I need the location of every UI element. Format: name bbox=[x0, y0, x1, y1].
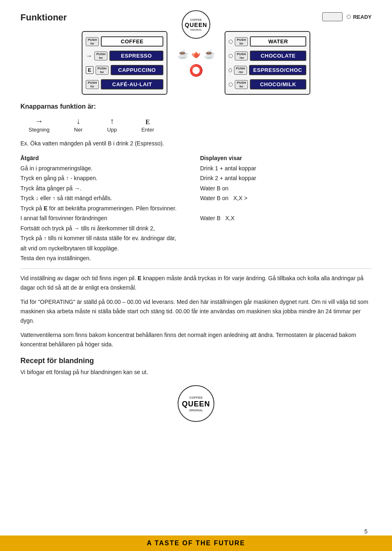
para-3: Vattenventilerna som finns bakom koncent… bbox=[20, 330, 372, 349]
instr-line3: Tryck åtta gånger på →. bbox=[20, 183, 192, 194]
choco-milk-label: CHOCO/MILK bbox=[250, 79, 306, 89]
bottom-logo-area: COFFEE QUEEN ORIGINAL bbox=[20, 385, 372, 422]
instr-line8: Tryck på ↑ tills ni kommer till nästa st… bbox=[20, 233, 192, 243]
disp-line8 bbox=[200, 233, 372, 243]
disp-line9 bbox=[200, 243, 372, 254]
disp-line10 bbox=[200, 253, 372, 263]
ready-circle bbox=[347, 15, 351, 19]
cappuccino-row: E PUSHfor CAPPUCCINO bbox=[86, 65, 163, 75]
water-label: WATER bbox=[250, 36, 306, 47]
recept-text: Vi bifogar ett förslag på hur blandninge… bbox=[20, 368, 372, 377]
water-circle bbox=[229, 40, 233, 44]
espresso-row: → PUSHfor ESPRESSO bbox=[86, 51, 163, 61]
recept-heading: Recept för blandning bbox=[20, 357, 372, 365]
chocolate-row: PUSH↑for CHOCOLATE bbox=[229, 51, 306, 61]
bottom-logo-original: ORIGINAL bbox=[189, 409, 203, 412]
bottom-bar: A TASTE OF THE FUTURE bbox=[0, 535, 392, 551]
disp-line5 bbox=[200, 203, 372, 214]
push-choco-milk[interactable]: PUSHfor bbox=[235, 80, 248, 89]
espresso-choc-label: ESPRESSO/CHOC bbox=[249, 65, 306, 75]
cafe-au-lait-label: CAFÉ-AU-LAIT bbox=[101, 79, 163, 89]
choc-circle bbox=[229, 54, 233, 58]
push-cafe-au-lait[interactable]: PUSHfor bbox=[86, 80, 99, 89]
nav-arrow-stegning: → bbox=[35, 116, 43, 126]
choco-milk-row: PUSHfor CHOCO/MILK bbox=[229, 79, 306, 89]
section-heading: Knapparnas funktion är: bbox=[20, 103, 372, 110]
push-cappuccino[interactable]: PUSHfor bbox=[96, 66, 109, 75]
bottom-logo-coffee: COFFEE bbox=[189, 396, 203, 399]
nav-label-ner: Ner bbox=[74, 127, 82, 133]
ready-label: READY bbox=[353, 14, 372, 20]
nav-upp: ↑ Upp bbox=[107, 116, 117, 133]
cappuccino-label: CAPPUCCINO bbox=[111, 65, 163, 75]
espchoc-circle bbox=[229, 68, 232, 72]
right-panel: PUSHfor WATER PUSH↑for CHOCOLATE PUSH↓fo… bbox=[225, 31, 310, 95]
instructions-left: Åtgärd Gå in i programmeringsläge. Tryck… bbox=[20, 153, 192, 263]
nav-label-stegning: Stegning bbox=[29, 127, 49, 133]
panels-wrapper: PUSHfor COFFEE → PUSHfor ESPRESSO E PUSH… bbox=[20, 31, 372, 95]
instr-atgard: Åtgärd bbox=[20, 153, 192, 163]
espresso-label: ESPRESSO bbox=[109, 51, 163, 61]
disp-line3: Water B on bbox=[200, 183, 372, 194]
small-box bbox=[322, 12, 343, 21]
instr-line9: alt vrid om nyckelbrytaren till koppläge… bbox=[20, 243, 192, 254]
bottom-logo-queen: QUEEN bbox=[182, 400, 210, 408]
para-1: Vid inställning av dagar och tid finns i… bbox=[20, 274, 372, 292]
disp-line1: Drink 1 + antal koppar bbox=[200, 163, 372, 174]
coffee-label: COFFEE bbox=[101, 36, 163, 47]
cup-icon-2: 🫖 bbox=[192, 50, 200, 59]
cafe-au-lait-row: PUSHfor CAFÉ-AU-LAIT bbox=[86, 79, 163, 89]
center-panel: ☕ 🫖 ☕ ⭕ bbox=[176, 31, 216, 95]
push-chocolate[interactable]: PUSH↑for bbox=[235, 51, 248, 60]
page-title: Funktioner bbox=[20, 12, 67, 23]
nav-label-upp: Upp bbox=[107, 127, 117, 133]
cup-icon-3: ☕ bbox=[204, 49, 215, 60]
espresso-arrow: → bbox=[86, 52, 92, 60]
nav-label-enter: Enter bbox=[141, 127, 154, 133]
instr-line5: Tryck på E för att bekräfta programmerin… bbox=[20, 203, 192, 214]
nav-arrow-upp: ↑ bbox=[110, 116, 114, 126]
chocmilk-circle bbox=[229, 83, 233, 87]
instr-line2: Tryck en gång på ↑ - knappen. bbox=[20, 173, 192, 183]
instr-line4: Tryck ↓ eller ↑ så rätt mängd erhålls. bbox=[20, 193, 192, 203]
nav-ner: ↓ Ner bbox=[74, 116, 82, 133]
nav-section: → Stegning ↓ Ner ↑ Upp E Enter bbox=[20, 116, 372, 133]
center-circle: ⭕ bbox=[189, 64, 203, 77]
push-espresso[interactable]: PUSHfor bbox=[94, 51, 107, 60]
instr-line7: Fortsätt och tryck på → tills ni återkom… bbox=[20, 223, 192, 234]
chocolate-label: CHOCOLATE bbox=[250, 51, 306, 61]
instr-line6: I annat fall försvinner förändringen bbox=[20, 213, 192, 223]
espresso-choc-row: PUSH↓for ESPRESSO/CHOC bbox=[229, 65, 306, 75]
page-number: 5 bbox=[364, 528, 368, 535]
disp-line2: Drink 2 + antal koppar bbox=[200, 173, 372, 183]
instr-line1: Gå in i programmeringsläge. bbox=[20, 163, 192, 174]
instr-line10: Testa den nya inställningen. bbox=[20, 253, 192, 263]
left-panel: PUSHfor COFFEE → PUSHfor ESPRESSO E PUSH… bbox=[82, 31, 167, 95]
disp-line6: Water B X,X bbox=[200, 213, 372, 223]
cup-icon-1: ☕ bbox=[177, 49, 188, 60]
push-coffee[interactable]: PUSHfor bbox=[86, 37, 99, 46]
water-row: PUSHfor WATER bbox=[229, 36, 306, 47]
push-water[interactable]: PUSHfor bbox=[235, 37, 248, 46]
coffee-row: PUSHfor COFFEE bbox=[86, 36, 163, 47]
nav-enter: E Enter bbox=[141, 118, 154, 133]
nav-arrow-ner: ↓ bbox=[76, 116, 80, 126]
para-2: Tid för "OPERATING" är ställd på 00.00 –… bbox=[20, 297, 372, 326]
ready-area: READY bbox=[322, 12, 372, 21]
example-text: Ex. Öka vatten mängden på ventil B i dri… bbox=[20, 139, 372, 148]
instructions-right: Displayen visar Drink 1 + antal koppar D… bbox=[200, 153, 372, 263]
instructions-table: Åtgärd Gå in i programmeringsläge. Tryck… bbox=[20, 153, 372, 263]
nav-arrow-enter: E bbox=[145, 118, 150, 126]
logo-bottom: COFFEE QUEEN ORIGINAL bbox=[178, 385, 214, 422]
cup-icons: ☕ 🫖 ☕ bbox=[177, 49, 215, 60]
disp-heading: Displayen visar bbox=[200, 153, 372, 163]
logo-top: COFFEE QUEEN ORIGINAL bbox=[182, 10, 210, 39]
e-button: E bbox=[86, 66, 94, 74]
disp-line7 bbox=[200, 223, 372, 234]
nav-stegning: → Stegning bbox=[29, 116, 49, 133]
disp-line4: Water B on X,X > bbox=[200, 193, 372, 203]
push-espresso-choc[interactable]: PUSH↓for bbox=[234, 66, 247, 75]
